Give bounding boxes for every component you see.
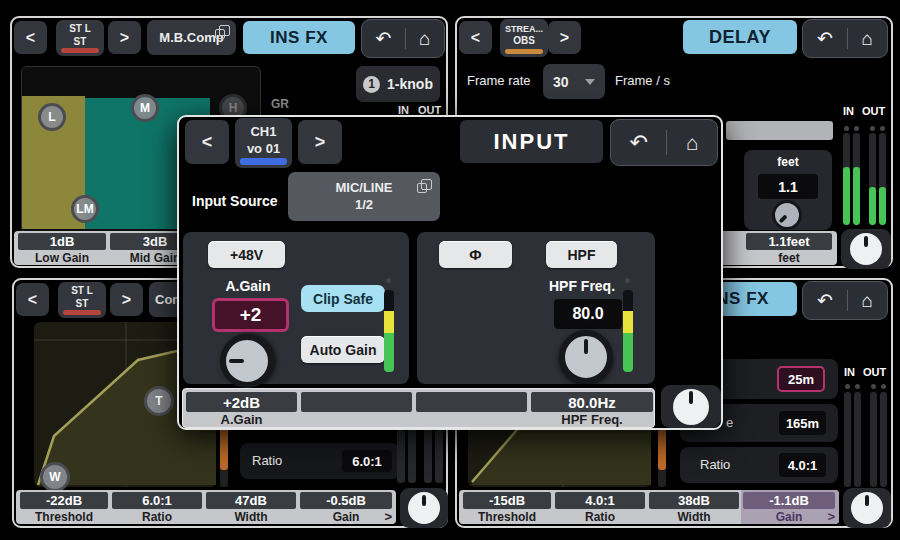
one-knob-button[interactable]: 1 1-knob: [356, 66, 440, 102]
prev-channel-button[interactable]: <: [185, 120, 229, 164]
input-source-button[interactable]: MIC/LINE 1/2: [288, 172, 440, 221]
next-channel-button[interactable]: >: [110, 283, 143, 316]
meter-peak-dot: [880, 126, 885, 131]
home-icon[interactable]: ⌂: [686, 132, 699, 153]
hpf-freq-value[interactable]: 80.0: [554, 299, 622, 329]
phantom-48v-button[interactable]: +48V: [208, 241, 285, 268]
auto-gain-button[interactable]: Auto Gain: [301, 336, 385, 363]
band-node-m[interactable]: M: [131, 94, 159, 122]
channel-select-button[interactable]: ST L ST: [58, 282, 106, 318]
chevron-right-icon: >: [120, 29, 129, 47]
channel-name-line1: CH1: [250, 124, 276, 140]
channel-select-button[interactable]: STREA... OBS: [500, 19, 548, 57]
again-knob[interactable]: [220, 334, 274, 388]
page-title-delay: DELAY: [683, 20, 797, 54]
footer-col-again[interactable]: +2dB A.Gain: [186, 392, 297, 425]
undo-icon[interactable]: ↶: [375, 29, 391, 48]
footer-value: 38dB: [649, 492, 739, 509]
chevron-right-icon: >: [122, 291, 131, 309]
meter-peak-dot: [386, 278, 391, 283]
footer-col-empty2[interactable]: [416, 392, 527, 425]
undo-icon[interactable]: ↶: [817, 291, 833, 310]
chevron-left-icon: <: [471, 29, 480, 47]
width-node[interactable]: W: [40, 462, 70, 492]
footer-col-feet[interactable]: 1.1feet feet: [746, 233, 832, 263]
footer-label: Gain>: [300, 509, 392, 524]
delay-slider-track[interactable]: [726, 121, 833, 140]
hpf-freq-knob[interactable]: [559, 330, 613, 384]
frame-rate-dropdown[interactable]: 30: [543, 64, 605, 99]
in-label: IN: [843, 105, 854, 117]
channel-select-button[interactable]: ST L ST: [56, 20, 104, 56]
footer-col-gain[interactable]: -0.5dB Gain>: [300, 492, 392, 522]
home-icon[interactable]: ⌂: [862, 29, 873, 48]
band-node-l[interactable]: L: [38, 103, 66, 131]
threshold-node[interactable]: T: [144, 386, 174, 416]
ratio-row[interactable]: Ratio 4.0:1: [680, 447, 838, 483]
footer-value: [416, 392, 527, 412]
footer-col-gain[interactable]: -1.1dB Gain>: [743, 492, 835, 522]
footer-label: feet: [746, 250, 832, 265]
footer-value: 4.0:1: [555, 492, 645, 509]
band-node-lm[interactable]: LM: [71, 195, 99, 223]
again-value[interactable]: +2: [212, 298, 289, 332]
footer-col-width[interactable]: 38dB Width: [649, 492, 739, 522]
knob-icon: [850, 233, 882, 265]
meter-peak-dot: [845, 384, 850, 389]
next-channel-button[interactable]: >: [108, 21, 141, 54]
footer-col-width[interactable]: 47dB Width: [206, 492, 296, 522]
home-icon[interactable]: ⌂: [862, 291, 873, 310]
phase-hpf-section: Φ HPF HPF Freq. 80.0: [417, 232, 655, 384]
insfx-footer-bar: -15dB Threshold 4.0:1 Ratio 38dB Width -…: [459, 490, 839, 524]
hpf-button[interactable]: HPF: [546, 241, 617, 268]
chevron-left-icon: <: [28, 291, 37, 309]
footer-col-lowgain[interactable]: 1dB Low Gain: [18, 233, 106, 263]
meter-in-l: [843, 133, 850, 225]
footer-col-empty1[interactable]: [301, 392, 412, 425]
again-label: A.Gain: [193, 278, 303, 294]
footer-knob-button[interactable]: [661, 385, 721, 428]
input-source-label: Input Source: [192, 193, 278, 209]
undo-icon[interactable]: ↶: [817, 29, 833, 48]
footer-value: -22dB: [20, 492, 108, 509]
frame-unit-label: Frame / s: [615, 73, 670, 88]
preset-button[interactable]: M.B.Comp: [147, 20, 236, 55]
footer-value: -1.1dB: [743, 492, 835, 509]
modal-footer-bar: +2dB A.Gain 80.0Hz HPF Freq.: [182, 388, 655, 428]
undo-icon[interactable]: ↶: [629, 132, 647, 154]
footer-col-threshold[interactable]: -22dB Threshold: [20, 492, 108, 522]
channel-color-bar: [63, 310, 101, 315]
copy-icon: [421, 179, 432, 190]
channel-name-line1: ST L: [69, 23, 91, 36]
clip-safe-button[interactable]: Clip Safe: [301, 285, 385, 312]
channel-name-line2: vo 01: [247, 141, 280, 157]
ratio-value: 4.0:1: [779, 453, 826, 477]
next-channel-button[interactable]: >: [548, 21, 581, 54]
footer-col-ratio[interactable]: 4.0:1 Ratio: [555, 492, 645, 522]
channel-select-button[interactable]: CH1 vo 01: [235, 118, 292, 168]
phase-button[interactable]: Φ: [439, 241, 512, 268]
footer-knob-button[interactable]: [841, 229, 891, 269]
feet-value[interactable]: 1.1: [758, 174, 818, 199]
nav-group: ↶ ⌂: [361, 19, 445, 58]
ratio-row[interactable]: Ratio 6.0:1: [240, 443, 400, 479]
meter-header: IN OUT: [844, 366, 886, 378]
hpf-level-meter: [623, 290, 633, 372]
home-icon[interactable]: ⌂: [419, 29, 430, 48]
footer-col-hpf[interactable]: 80.0Hz HPF Freq.: [531, 392, 653, 425]
footer-value: 1dB: [18, 233, 106, 250]
footer-knob-button[interactable]: [843, 488, 891, 528]
prev-channel-button[interactable]: <: [459, 21, 492, 54]
page-title-insfx: INS FX: [243, 21, 355, 54]
prev-channel-button[interactable]: <: [14, 21, 47, 54]
meter-peak-dot: [855, 384, 860, 389]
feet-knob[interactable]: [766, 194, 808, 236]
next-channel-button[interactable]: >: [298, 120, 342, 164]
footer-knob-button[interactable]: [400, 488, 448, 528]
footer-value: -0.5dB: [300, 492, 392, 509]
prev-channel-button[interactable]: <: [16, 283, 49, 316]
footer-col-ratio[interactable]: 6.0:1 Ratio: [112, 492, 202, 522]
footer-col-threshold[interactable]: -15dB Threshold: [463, 492, 551, 522]
footer-label: HPF Freq.: [531, 412, 653, 427]
ratio-label: Ratio: [252, 453, 282, 468]
